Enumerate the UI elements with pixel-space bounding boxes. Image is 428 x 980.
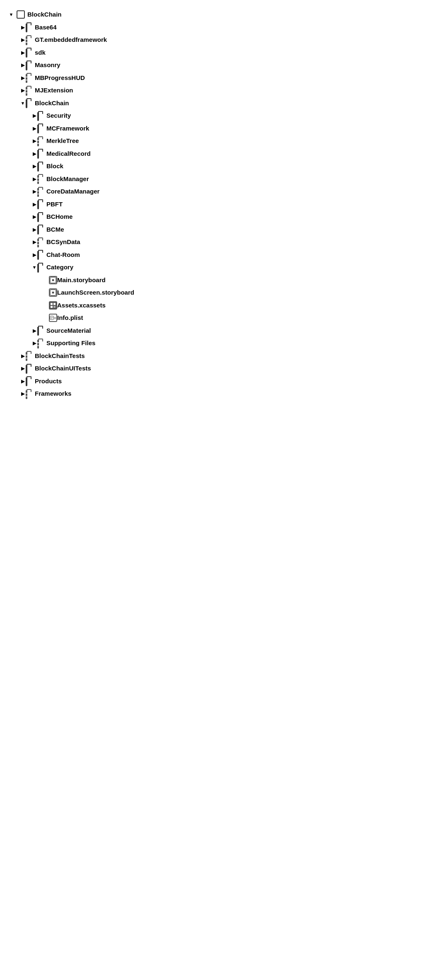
- arrow-chatroom[interactable]: [31, 252, 37, 258]
- root-children: Base64 GT.embeddedframework sdk Masonry …: [20, 21, 420, 400]
- arrow-products[interactable]: [20, 378, 26, 384]
- svg-rect-2: [50, 290, 56, 295]
- arrow-blockchainuitests[interactable]: [20, 365, 26, 371]
- item-label: LaunchScreen.storyboard: [57, 288, 134, 298]
- svg-rect-7: [51, 306, 53, 308]
- item-label: MerkleTree: [46, 136, 79, 146]
- item-label: Frameworks: [35, 389, 71, 399]
- folder-icon: [26, 62, 35, 69]
- folder-icon: [37, 150, 46, 157]
- arrow-base64[interactable]: [20, 24, 26, 30]
- arrow-merkletree[interactable]: [31, 138, 37, 144]
- folder-icon: [26, 99, 35, 106]
- list-item[interactable]: MedicalRecord: [31, 148, 420, 160]
- arrow-mcframework[interactable]: [31, 126, 37, 131]
- arrow-coredatamanager[interactable]: [31, 189, 37, 194]
- list-item[interactable]: SourceMaterial: [31, 324, 420, 337]
- list-item-assets[interactable]: Assets.xcassets: [43, 299, 420, 312]
- arrow-mbprogresshud[interactable]: [20, 75, 26, 81]
- list-item-category[interactable]: Category: [31, 261, 420, 274]
- arrow-pbft[interactable]: [31, 201, 37, 207]
- folder-icon: [26, 36, 35, 44]
- folder-icon: [37, 112, 46, 119]
- arrow-supporting-files[interactable]: [31, 340, 37, 346]
- folder-icon: [37, 226, 46, 233]
- arrow-medicalrecord[interactable]: [31, 151, 37, 157]
- item-label: Category: [46, 263, 73, 272]
- arrow-blockchain-group[interactable]: [20, 100, 26, 106]
- list-item[interactable]: CoreDataManager: [31, 185, 420, 198]
- item-label: Assets.xcassets: [57, 301, 106, 310]
- folder-icon: [37, 239, 46, 246]
- arrow-security[interactable]: [31, 113, 37, 119]
- list-item[interactable]: BlockChainTests: [20, 350, 420, 363]
- arrow-bcme[interactable]: [31, 227, 37, 232]
- item-label: GT.embeddedframework: [35, 35, 107, 45]
- list-item[interactable]: Base64: [20, 21, 420, 34]
- list-item[interactable]: Products: [20, 375, 420, 388]
- list-item[interactable]: Block: [31, 160, 420, 173]
- list-item[interactable]: GT.embeddedframework: [20, 34, 420, 46]
- arrow-bcsyndata[interactable]: [31, 239, 37, 245]
- assets-icon: [49, 301, 57, 310]
- list-item[interactable]: MBProgressHUD: [20, 72, 420, 85]
- folder-icon: [26, 390, 35, 397]
- item-label: Main.storyboard: [57, 276, 106, 285]
- storyboard-icon: [49, 288, 57, 297]
- arrow-category[interactable]: [31, 264, 37, 270]
- item-label: BCHome: [46, 212, 73, 222]
- item-label: Products: [35, 377, 62, 386]
- folder-icon: [26, 74, 35, 81]
- list-item-launchscreen-storyboard[interactable]: LaunchScreen.storyboard: [43, 286, 420, 299]
- list-item[interactable]: Chat-Room: [31, 249, 420, 261]
- list-item[interactable]: PBFT: [31, 198, 420, 211]
- arrow-gt[interactable]: [20, 37, 26, 43]
- folder-icon: [26, 377, 35, 385]
- category-children: Main.storyboard LaunchScreen.storyboard: [43, 274, 420, 324]
- list-item[interactable]: BlockManager: [31, 173, 420, 186]
- arrow-sourcematerial[interactable]: [31, 328, 37, 334]
- arrow-bchome[interactable]: [31, 214, 37, 220]
- list-item-blockchain-group[interactable]: BlockChain: [20, 97, 420, 110]
- folder-icon: [37, 188, 46, 195]
- folder-icon: [26, 49, 35, 56]
- item-label: CoreDataManager: [46, 187, 99, 196]
- list-item-info-plist[interactable]: Info.plist: [43, 312, 420, 324]
- list-item[interactable]: BCHome: [31, 211, 420, 223]
- arrow-mjextension[interactable]: [20, 87, 26, 93]
- svg-rect-5: [51, 303, 53, 305]
- project-icon: [17, 10, 25, 19]
- file-navigator: BlockChain Base64 GT.embeddedframework s…: [0, 4, 428, 404]
- arrow-blockmanager[interactable]: [31, 176, 37, 182]
- svg-rect-0: [50, 277, 56, 283]
- item-label: BlockManager: [46, 174, 89, 184]
- item-label: MBProgressHUD: [35, 73, 85, 83]
- list-item[interactable]: Frameworks: [20, 387, 420, 400]
- list-item[interactable]: MerkleTree: [31, 135, 420, 148]
- item-label-security: Security: [46, 111, 71, 121]
- list-item[interactable]: BlockChainUITests: [20, 362, 420, 375]
- list-item-supporting-files[interactable]: Supporting Files: [31, 337, 420, 350]
- list-item[interactable]: MJExtension: [20, 84, 420, 97]
- list-item[interactable]: sdk: [20, 46, 420, 59]
- folder-icon: [26, 87, 35, 94]
- arrow-blockchaintests[interactable]: [20, 353, 26, 359]
- tree-root[interactable]: BlockChain: [8, 8, 420, 21]
- item-label: Info.plist: [57, 313, 83, 323]
- arrow-block[interactable]: [31, 163, 37, 169]
- expand-arrow-root[interactable]: [8, 12, 14, 17]
- storyboard-icon: [49, 276, 57, 284]
- arrow-frameworks[interactable]: [20, 391, 26, 397]
- plist-icon: [49, 314, 57, 322]
- arrow-masonry[interactable]: [20, 62, 26, 68]
- item-label: SourceMaterial: [46, 326, 91, 336]
- item-label: MCFramework: [46, 124, 89, 133]
- list-item[interactable]: Masonry: [20, 59, 420, 72]
- list-item-main-storyboard[interactable]: Main.storyboard: [43, 274, 420, 287]
- arrow-sdk[interactable]: [20, 50, 26, 56]
- list-item[interactable]: BCSynData: [31, 236, 420, 249]
- list-item[interactable]: BCMe: [31, 223, 420, 236]
- folder-icon: [37, 201, 46, 208]
- list-item-security[interactable]: Security: [31, 109, 420, 122]
- list-item[interactable]: MCFramework: [31, 122, 420, 135]
